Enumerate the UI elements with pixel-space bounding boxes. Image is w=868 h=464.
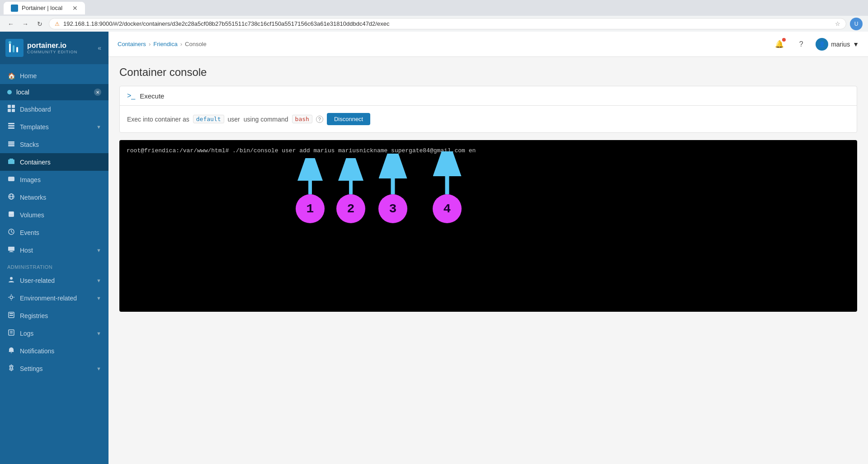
page-title: Container console xyxy=(119,66,857,79)
sidebar-item-user-related[interactable]: User-related ▼ xyxy=(0,272,108,289)
environment-related-icon xyxy=(7,294,15,302)
svg-rect-22 xyxy=(9,212,13,214)
annotation-4: 4 xyxy=(431,151,463,223)
help-button[interactable]: ? xyxy=(794,37,808,52)
home-icon: 🏠 xyxy=(7,72,15,80)
exec-user-label: default xyxy=(193,115,224,123)
breadcrumb: Containers › Friendica › Console xyxy=(118,41,207,47)
sidebar-item-containers-label: Containers xyxy=(20,159,51,166)
networks-icon xyxy=(7,193,15,202)
user-dropdown-arrow-icon: ▼ xyxy=(853,41,859,48)
sidebar-env-section[interactable]: local ✕ xyxy=(0,84,108,100)
disconnect-button[interactable]: Disconnect xyxy=(327,113,370,125)
sidebar-item-home[interactable]: 🏠 Home xyxy=(0,68,108,84)
sidebar-item-notifications-label: Notifications xyxy=(20,347,54,355)
svg-rect-11 xyxy=(8,127,14,129)
sidebar-item-environment-related[interactable]: Environment-related ▼ xyxy=(0,289,108,307)
browser-user-icon[interactable]: U xyxy=(850,18,863,30)
forward-button[interactable]: → xyxy=(20,19,31,29)
sidebar-item-networks[interactable]: Networks xyxy=(0,188,108,206)
sidebar-item-notifications[interactable]: Notifications xyxy=(0,342,108,360)
top-bar: Containers › Friendica › Console 🔔 ? 👤 m… xyxy=(108,32,868,57)
address-bar[interactable]: ⚠ 192.168.1.18:9000/#/2/docker/container… xyxy=(49,18,846,29)
containers-icon xyxy=(7,158,15,166)
terminal[interactable]: root@friendica:/var/www/html# ./bin/cons… xyxy=(119,140,857,312)
settings-icon xyxy=(7,364,15,373)
settings-arrow-icon: ▼ xyxy=(96,366,101,371)
sidebar-header: portainer.io Community Edition « xyxy=(0,32,108,64)
sidebar-item-stacks-label: Stacks xyxy=(20,141,39,148)
logo-area: portainer.io Community Edition xyxy=(5,39,77,57)
breadcrumb-sep-1: › xyxy=(149,41,151,47)
svg-rect-8 xyxy=(12,109,15,112)
svg-rect-32 xyxy=(9,313,13,314)
env-close-button[interactable]: ✕ xyxy=(94,89,101,96)
notification-badge xyxy=(782,38,786,42)
sidebar-nav: 🏠 Home local ✕ Dashboard T xyxy=(0,64,108,381)
sidebar-item-user-related-label: User-related xyxy=(20,277,55,284)
user-menu[interactable]: 👤 marius ▼ xyxy=(816,38,859,51)
breadcrumb-friendica-link[interactable]: Friendica xyxy=(153,41,177,47)
sidebar-item-networks-label: Networks xyxy=(20,194,46,201)
sidebar-item-volumes[interactable]: Volumes xyxy=(0,206,108,224)
sidebar-item-volumes-label: Volumes xyxy=(20,211,44,219)
notifications-bell-button[interactable]: 🔔 xyxy=(772,37,787,52)
annotation-circle-4: 4 xyxy=(433,194,462,223)
images-icon xyxy=(7,175,15,184)
main-content: Containers › Friendica › Console 🔔 ? 👤 m… xyxy=(108,32,868,464)
svg-rect-13 xyxy=(8,143,14,145)
sidebar-item-images[interactable]: Images xyxy=(0,171,108,188)
env-status-dot xyxy=(7,90,12,94)
sidebar-collapse-button[interactable]: « xyxy=(96,42,103,53)
back-button[interactable]: ← xyxy=(5,19,16,29)
logo-text: portainer.io Community Edition xyxy=(27,42,77,54)
svg-rect-7 xyxy=(8,109,11,112)
exec-help-icon[interactable]: ? xyxy=(316,116,323,123)
sidebar-item-stacks[interactable]: Stacks xyxy=(0,136,108,153)
bookmark-icon[interactable]: ☆ xyxy=(835,20,840,27)
sidebar-item-settings[interactable]: Settings ▼ xyxy=(0,360,108,377)
sidebar-item-dashboard[interactable]: Dashboard xyxy=(0,100,108,118)
svg-rect-3 xyxy=(16,47,18,52)
browser-titlebar: Portainer | local ✕ xyxy=(0,0,868,16)
sidebar-item-host[interactable]: Host ▼ xyxy=(0,241,108,259)
page-content: Container console >_ Execute Exec into c… xyxy=(108,57,868,464)
sidebar-item-containers[interactable]: Containers xyxy=(0,153,108,171)
sidebar-item-host-label: Host xyxy=(20,247,33,254)
user-area: 🔔 ? 👤 marius ▼ xyxy=(772,37,859,52)
environment-related-arrow-icon: ▼ xyxy=(96,295,101,301)
sidebar-item-registries[interactable]: Registries xyxy=(0,307,108,324)
sidebar-item-events-label: Events xyxy=(20,229,39,236)
sidebar-item-registries-label: Registries xyxy=(20,312,48,319)
username-label: marius xyxy=(831,41,850,48)
reload-button[interactable]: ↻ xyxy=(34,19,45,29)
app-layout: portainer.io Community Edition « 🏠 Home … xyxy=(0,32,868,464)
sidebar-item-logs[interactable]: Logs ▼ xyxy=(0,324,108,342)
exec-user-text: user xyxy=(228,116,240,123)
execute-prompt-icon: >_ xyxy=(127,92,135,100)
svg-point-29 xyxy=(10,277,13,280)
svg-point-30 xyxy=(10,296,13,299)
volumes-icon xyxy=(7,211,15,219)
annotation-circle-3: 3 xyxy=(378,194,407,223)
breadcrumb-containers-link[interactable]: Containers xyxy=(118,41,146,47)
svg-rect-33 xyxy=(9,315,13,316)
sidebar-item-events[interactable]: Events xyxy=(0,224,108,241)
sidebar-item-templates[interactable]: Templates ▼ xyxy=(0,118,108,136)
user-related-icon xyxy=(7,276,15,285)
exec-command-value: bash xyxy=(292,115,312,123)
browser-tab[interactable]: Portainer | local ✕ xyxy=(4,2,85,14)
logs-icon xyxy=(7,329,15,337)
annotations-overlay: 1 2 xyxy=(119,140,857,312)
arrow-3-svg xyxy=(377,154,409,194)
svg-rect-26 xyxy=(8,247,14,251)
svg-rect-6 xyxy=(12,105,15,108)
tab-close-button[interactable]: ✕ xyxy=(72,5,78,12)
breadcrumb-sep-2: › xyxy=(180,41,182,47)
admin-section-label: Administration xyxy=(0,259,108,272)
annotation-2: 2 xyxy=(336,158,365,223)
stacks-icon xyxy=(7,140,15,149)
arrow-2-svg xyxy=(337,158,364,194)
execute-header: >_ Execute xyxy=(120,86,857,106)
svg-point-4 xyxy=(9,41,11,44)
